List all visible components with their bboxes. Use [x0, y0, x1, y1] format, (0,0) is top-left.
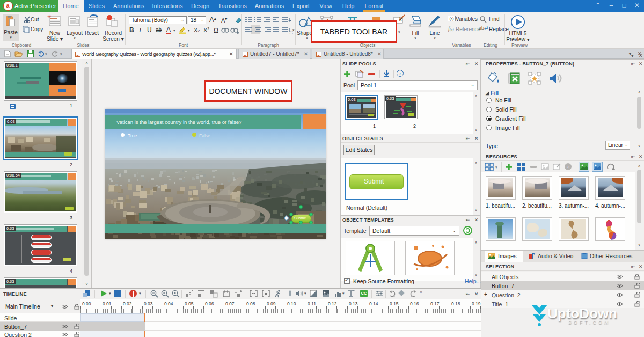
svg-text:✳: ✳ [47, 14, 52, 19]
svg-text:SOFT.COM: SOFT.COM [568, 320, 610, 325]
svg-text:UptoDown: UptoDown [547, 305, 617, 321]
